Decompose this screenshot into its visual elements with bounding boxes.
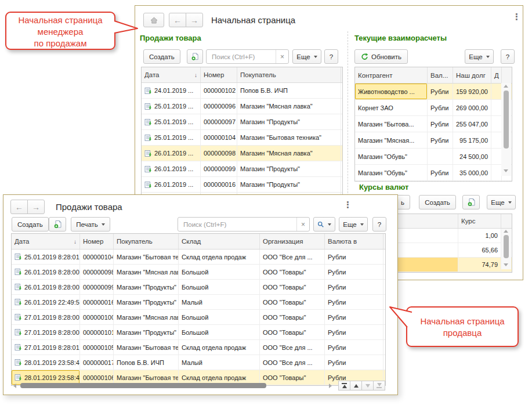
table-row[interactable]: 26.01.2019 ...000000016Магазин "Продукты… [142, 177, 342, 193]
column-header[interactable]: Номер [80, 234, 114, 249]
table-row[interactable]: 27.01.2019 8:28:00000000101Магазин "Прод… [12, 325, 385, 340]
scroll-up-icon[interactable] [504, 85, 508, 88]
table-row[interactable]: Магазин "Обувь"Рубли35 000,00 [355, 165, 512, 181]
refresh-button[interactable]: Обновить [354, 49, 408, 64]
help-button[interactable]: ? [372, 217, 386, 232]
forward-arrow-icon[interactable]: → [27, 200, 45, 214]
scrollbar-thumb[interactable] [504, 91, 509, 149]
search-input[interactable] [182, 220, 296, 229]
column-header[interactable]: Покупатель [114, 234, 179, 249]
scroll-left-icon[interactable] [13, 384, 16, 388]
create-copy-button[interactable] [49, 217, 66, 232]
column-header[interactable]: Дата↓ [142, 67, 201, 82]
table-row[interactable]: 26.01.2019 8:28:00000000098Магазин "Мясн… [12, 265, 385, 280]
table-row[interactable]: Магазин "Обувь"24 500,00 [355, 149, 512, 165]
more-button[interactable]: Еще [292, 49, 321, 64]
column-header[interactable]: Покупатель [237, 67, 341, 82]
home-button[interactable] [143, 13, 164, 27]
kebab-menu-icon[interactable]: ⋮ [343, 201, 352, 209]
column-header [501, 214, 512, 228]
table-row[interactable]: Магазин "Бытова...Рубли255 047,00 [355, 116, 512, 132]
horizontal-scrollbar[interactable] [11, 381, 386, 390]
cell: Магазин "Продукты" [114, 280, 179, 294]
table-row[interactable]: 26.01.2019 ...000000099Магазин "Продукты… [142, 161, 342, 177]
clear-search-icon[interactable]: × [276, 50, 288, 63]
create-copy-button[interactable] [462, 195, 480, 209]
posted-document-icon [144, 118, 152, 126]
cell: 28.01.2019 23:58:45 [12, 355, 80, 370]
more-button[interactable]: Еще [465, 49, 494, 64]
clear-search-icon[interactable]: × [296, 218, 309, 231]
column-header[interactable]: Вал... [428, 67, 453, 83]
create-button[interactable]: Создать [419, 195, 456, 209]
table-row[interactable]: 74,79 [379, 258, 512, 272]
cell: 000000098 [201, 146, 237, 161]
more-button[interactable]: Еще [339, 217, 368, 232]
history-nav: ← → [10, 200, 45, 214]
scroll-down-icon[interactable] [504, 169, 508, 172]
column-header[interactable]: Валюта в [325, 234, 383, 249]
table-row[interactable]: Животноводство ...Рубли159 920,00 [355, 84, 512, 100]
table-row[interactable]: Корнет ЗАОРубли269 000,00 [355, 100, 512, 116]
vertical-scrollbar[interactable] [501, 229, 511, 269]
back-arrow-icon[interactable]: ← [10, 200, 28, 214]
forward-arrow-icon[interactable]: → [186, 13, 203, 27]
column-header[interactable]: Контрагент [355, 67, 428, 83]
scroll-up-icon[interactable] [504, 230, 508, 233]
table-row[interactable]: 27.01.2019 8:28:01000000105Магазин "Быто… [12, 340, 385, 355]
scroll-right-icon[interactable] [329, 384, 332, 388]
section-title-rates: Курсы валют [359, 183, 408, 191]
table-row[interactable]: 26.01.2019 ...000000098Магазин "Мясная л… [142, 146, 342, 161]
cell [491, 165, 502, 180]
table-row[interactable]: 26.01.2019 22:49:55000000016Магазин "Про… [12, 295, 385, 310]
table-row[interactable]: 27.01.2019 8:28:00000000100Магазин "Мясн… [12, 310, 385, 325]
search-input[interactable] [211, 53, 276, 61]
create-copy-button[interactable] [187, 49, 203, 64]
screenshot: ← → Начальная страница ⋮ Продажи товара … [0, 0, 532, 405]
go-first-button[interactable] [338, 381, 350, 390]
scroll-down-icon[interactable] [504, 263, 508, 266]
print-button[interactable]: Печать [71, 217, 110, 232]
table-row[interactable]: 1,00 [379, 229, 512, 243]
table-row[interactable]: Магазин "Мясная...Рубли95 175,00 [355, 132, 512, 149]
column-header[interactable]: Наш долг [453, 67, 491, 83]
back-arrow-icon[interactable]: ← [169, 13, 186, 27]
table-row[interactable]: 26.01.2019 8:28:00000000099Магазин "Прод… [12, 280, 385, 295]
table-row[interactable]: 25.01.2019 ...000000104Магазин "Бытовая … [142, 130, 342, 146]
column-header[interactable]: Дата↓ [12, 234, 80, 249]
table-row[interactable]: 25.01.2019 8:28:01000000104Магазин "Быто… [12, 249, 385, 265]
cell: ООО "Товары" [260, 265, 325, 279]
vertical-scrollbar[interactable] [501, 83, 511, 176]
cell: 000000102 [201, 83, 237, 98]
cell: Попов Б.В. ИЧП [237, 83, 341, 98]
cell: Магазин "Бытовая техн... [114, 249, 179, 264]
help-button[interactable]: ? [501, 49, 515, 64]
go-up-button[interactable] [350, 381, 362, 390]
cell: 25.01.2019 ... [142, 114, 201, 129]
scrollbar-thumb[interactable] [20, 383, 266, 388]
column-header[interactable]: Д [491, 67, 502, 83]
table-row[interactable]: 25.01.2019 ...000000096Магазин "Мясная л… [142, 99, 342, 114]
help-button[interactable]: ? [324, 49, 338, 64]
column-header[interactable]: Склад [179, 234, 260, 249]
create-button[interactable]: Создать [12, 217, 49, 232]
more-button[interactable]: Еще [487, 195, 516, 209]
table-row[interactable]: 65,66 [379, 243, 512, 258]
scrollbar-thumb[interactable] [504, 235, 509, 258]
table-row[interactable]: 28.01.2019 23:58:45000000017Попов Б.В. И… [12, 355, 385, 370]
cell: 000000099 [201, 161, 237, 176]
search-options-button[interactable] [313, 217, 335, 232]
column-header[interactable]: Номер [201, 67, 237, 82]
create-button[interactable]: Создать [143, 49, 180, 64]
kebab-menu-icon[interactable]: ⋮ [512, 13, 521, 21]
table-row[interactable]: 24.01.2019 ...000000102Попов Б.В. ИЧП [142, 83, 342, 99]
posted-document-icon [15, 253, 22, 261]
cell: Склад отдела продаж [179, 340, 260, 355]
column-header[interactable]: Курс [458, 214, 501, 228]
go-last-button[interactable] [373, 381, 385, 390]
table-row[interactable]: 25.01.2019 ...000000097Магазин "Продукты… [142, 114, 342, 130]
cell: Магазин "Продукты" [114, 295, 179, 309]
search-icon [317, 220, 324, 229]
column-header[interactable]: Организация [260, 234, 325, 249]
go-down-button[interactable] [361, 381, 374, 390]
